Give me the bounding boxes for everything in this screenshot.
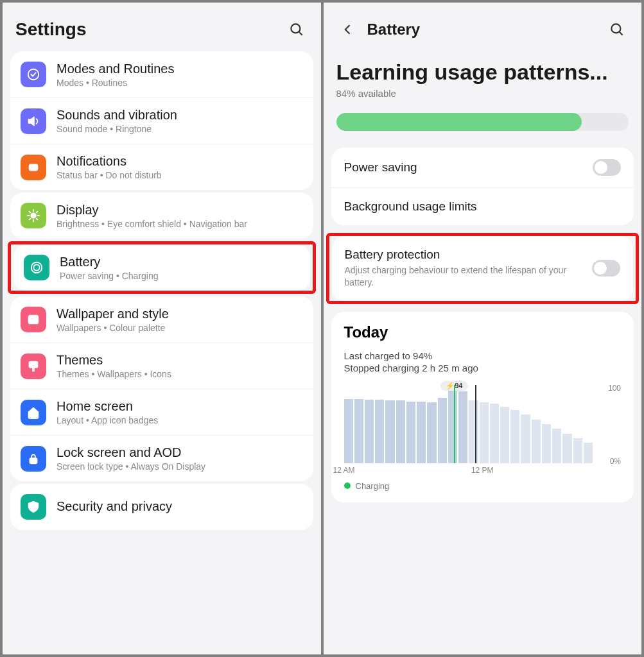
chart-bar: [417, 402, 426, 463]
learning-heading: Learning usage patterns...: [336, 59, 629, 85]
power-saving-row[interactable]: Power saving: [331, 148, 634, 187]
settings-item-notifications[interactable]: NotificationsStatus bar • Do not disturb: [10, 144, 313, 190]
settings-item-home[interactable]: Home screenLayout • App icon badges: [10, 389, 313, 435]
svg-point-22: [611, 24, 620, 33]
svg-point-0: [291, 24, 300, 33]
power-options-card: Power saving Background usage limits: [331, 148, 634, 225]
svg-line-14: [37, 212, 38, 213]
settings-item-wallpaper[interactable]: Wallpaper and styleWallpapers • Colour p…: [10, 296, 313, 343]
settings-item-battery[interactable]: BatteryPower saving • Charging: [13, 244, 310, 291]
chart-bar: [521, 414, 530, 463]
battery-protection-row[interactable]: Battery protection Adjust charging behav…: [332, 236, 634, 301]
battery-bar-fill: [336, 113, 582, 131]
paint-icon: [21, 354, 46, 379]
settings-item-title: Display: [57, 203, 303, 218]
battery-title: Battery: [367, 21, 606, 38]
svg-point-5: [31, 166, 33, 168]
chart-bar: [396, 400, 405, 463]
chart-bar: [344, 399, 353, 463]
chart-bar: [584, 443, 593, 463]
svg-line-11: [30, 212, 31, 213]
chart-bar: [562, 434, 571, 463]
svg-line-13: [30, 219, 31, 220]
stopped-charging-line: Stopped charging 2 h 25 m ago: [344, 363, 622, 373]
settings-item-lock[interactable]: Lock screen and AODScreen lock type • Al…: [10, 435, 313, 481]
chart-bar: [458, 391, 467, 463]
bg-usage-row[interactable]: Background usage limits: [331, 187, 634, 225]
settings-item-sub: Power saving • Charging: [60, 271, 300, 281]
settings-header: Settings: [3, 3, 321, 49]
today-title: Today: [344, 323, 622, 341]
settings-group: DisplayBrightness • Eye comfort shield •…: [10, 192, 313, 239]
available-label: 84% available: [336, 88, 629, 99]
settings-item-sub: Layout • App icon badges: [57, 415, 303, 425]
settings-item-title: Security and privacy: [57, 499, 303, 514]
battery-protection-toggle[interactable]: [592, 260, 620, 277]
settings-item-title: Modes and Routines: [57, 62, 303, 76]
sound-icon: [21, 108, 46, 134]
svg-point-18: [31, 318, 33, 320]
settings-item-title: Sounds and vibration: [57, 108, 303, 123]
power-saving-label: Power saving: [344, 160, 593, 175]
svg-line-12: [37, 219, 38, 220]
chart-bar: [552, 429, 561, 463]
power-saving-toggle[interactable]: [593, 159, 621, 176]
settings-item-title: Notifications: [57, 154, 303, 169]
legend-dot-charging: [344, 482, 351, 489]
chart-bar: [532, 420, 541, 463]
last-charged-line: Last charged to 94%: [344, 350, 622, 361]
chart-bar: [427, 402, 436, 463]
settings-title: Settings: [15, 19, 285, 40]
chart-y-top: 100: [608, 384, 621, 393]
chart-bar: [375, 400, 384, 463]
settings-item-sounds[interactable]: Sounds and vibrationSound mode • Rington…: [10, 98, 313, 144]
battery-row-highlight: BatteryPower saving • Charging: [8, 241, 316, 294]
settings-item-title: Themes: [57, 353, 303, 368]
lock-icon: [21, 446, 46, 472]
battery-bar-track: [336, 113, 629, 131]
legend-charging-label: Charging: [356, 481, 390, 491]
chart-marker-now: [475, 385, 476, 463]
chart-bar: [365, 400, 374, 463]
chart-bar: [406, 402, 415, 463]
check-circle-icon: [21, 62, 46, 87]
shield-icon: [21, 494, 46, 520]
svg-line-1: [299, 31, 302, 35]
svg-point-15: [31, 262, 42, 273]
chart-bar: [542, 424, 551, 463]
battery-protection-title: Battery protection: [345, 248, 593, 262]
chart-bar: [500, 407, 509, 463]
search-icon[interactable]: [605, 18, 629, 41]
search-icon[interactable]: [285, 18, 308, 41]
today-card: Today Last charged to 94% Stopped chargi…: [331, 312, 634, 502]
settings-item-sub: Modes • Routines: [57, 78, 303, 88]
battery-header: Battery: [324, 3, 642, 49]
chart-x-mid: 12 PM: [471, 466, 494, 475]
home-icon: [21, 400, 46, 425]
settings-item-sub: Wallpapers • Colour palette: [57, 323, 303, 333]
settings-item-display[interactable]: DisplayBrightness • Eye comfort shield •…: [10, 192, 313, 239]
chart-bar: [573, 438, 582, 463]
settings-item-security[interactable]: Security and privacy: [10, 484, 313, 530]
settings-item-sub: Screen lock type • Always On Display: [57, 461, 303, 472]
chart-bar: [448, 389, 457, 463]
back-icon[interactable]: [336, 18, 360, 41]
svg-line-23: [619, 31, 622, 35]
settings-item-sub: Status bar • Do not disturb: [57, 170, 303, 180]
settings-item-modes[interactable]: Modes and RoutinesModes • Routines: [10, 51, 313, 98]
image-icon: [21, 307, 46, 332]
chart-y-bottom: 0%: [610, 457, 621, 466]
notification-icon: [21, 155, 46, 180]
settings-screen: Settings Modes and RoutinesModes • Routi…: [3, 3, 321, 654]
settings-item-title: Wallpaper and style: [57, 307, 303, 321]
svg-marker-3: [29, 117, 34, 125]
battery-screen: Battery Learning usage patterns... 84% a…: [324, 3, 642, 654]
settings-item-sub: Themes • Wallpapers • Icons: [57, 369, 303, 379]
battery-icon: [24, 255, 49, 280]
chart-bar: [510, 410, 519, 463]
bg-usage-label: Background usage limits: [344, 200, 622, 214]
chart-bar: [480, 402, 489, 463]
settings-item-title: Lock screen and AOD: [57, 445, 303, 460]
settings-item-themes[interactable]: ThemesThemes • Wallpapers • Icons: [10, 343, 313, 389]
battery-status-section: Learning usage patterns... 84% available: [324, 49, 642, 104]
